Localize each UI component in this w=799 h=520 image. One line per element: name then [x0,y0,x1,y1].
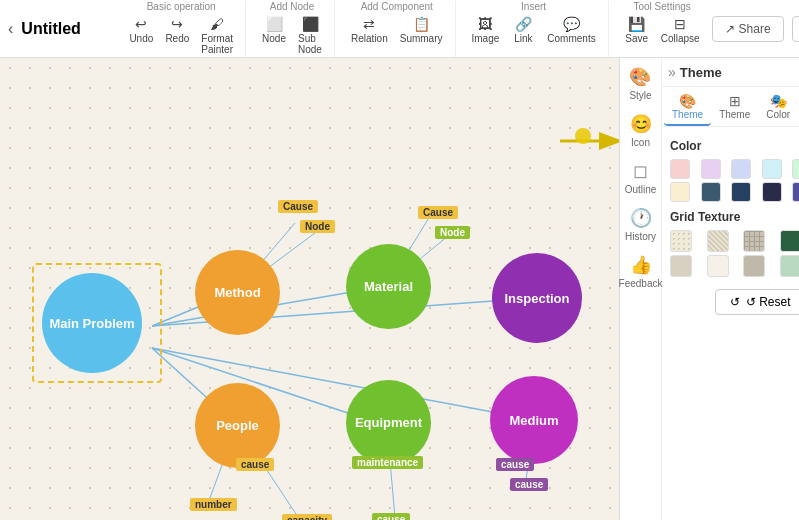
format-painter-button[interactable]: 🖌Format Painter [197,14,237,57]
group-items-basic: ↩Undo ↪Redo 🖌Format Painter [125,14,237,57]
panel-title: Theme [680,65,722,80]
group-items-add-component: ⇄Relation 📋Summary [347,14,447,46]
tab-theme[interactable]: 🎨 Theme [664,89,711,126]
main-content: Main Problem Method Material Inspection … [0,58,799,520]
medium-node[interactable]: Medium [490,376,578,464]
texture-8[interactable] [780,255,799,277]
share-icon: ↗ [725,22,735,36]
document-title: Untitled [21,20,101,38]
sub-node-button[interactable]: ⬛Sub Node [294,14,326,57]
texture-1[interactable] [707,230,729,252]
equipment-label: Equipment [355,415,422,430]
cause1-label: Cause [278,200,318,213]
color-swatch-6[interactable] [701,182,721,202]
outline-icon: ◻ [633,160,648,182]
color-swatch-5[interactable] [670,182,690,202]
color-section-title: Color [670,139,799,153]
node2-label: Node [435,226,470,239]
color-swatch-0[interactable] [670,159,690,179]
group-items-insert: 🖼Image 🔗Link 💬Comments [468,14,600,46]
color-swatch-8[interactable] [762,182,782,202]
toolbar-group-add-component: Add Component ⇄Relation 📋Summary [339,1,456,57]
texture-2[interactable] [743,230,765,252]
group-label-tools: Tool Settings [634,1,691,12]
main-problem-label: Main Problem [49,316,134,331]
capacity-label: capacity [282,514,332,520]
export-button[interactable]: 📤 Export [792,16,799,42]
save-button[interactable]: 💾Save [621,14,653,46]
medium-label: Medium [509,413,558,428]
color-swatch-9[interactable] [792,182,799,202]
texture-5[interactable] [670,255,692,277]
method-node[interactable]: Method [195,250,280,335]
feedback-icon-item[interactable]: 👍 Feedback [619,254,663,289]
tab-theme2[interactable]: ⊞ Theme [711,89,758,126]
texture-3[interactable] [780,230,799,252]
relation-button[interactable]: ⇄Relation [347,14,392,46]
link-button[interactable]: 🔗Link [507,14,539,46]
node1-label: Node [300,220,335,233]
tab-color[interactable]: 🎭 Color [758,89,798,126]
cause3-label: cause [236,458,274,471]
toolbar-group-add-node: Add Node ⬜Node ⬛Sub Node [250,1,335,57]
outline-icon-item[interactable]: ◻ Outline [625,160,657,195]
toolbar-groups: Basic operation ↩Undo ↪Redo 🖌Format Pain… [117,1,711,57]
color-swatch-7[interactable] [731,182,751,202]
emoji-icon: 😊 [630,113,652,135]
back-button[interactable]: ‹ [8,20,13,38]
node-button[interactable]: ⬜Node [258,14,290,57]
panel-expand-button[interactable]: » [668,64,676,80]
undo-button[interactable]: ↩Undo [125,14,157,57]
panel-side-icons: 🎨 Style 😊 Icon ◻ Outline 🕐 History 👍 [620,58,662,520]
toolbar: ‹ Untitled Basic operation ↩Undo ↪Redo 🖌… [0,0,799,58]
summary-button[interactable]: 📋Summary [396,14,447,46]
group-items-tools: 💾Save ⊟Collapse [621,14,704,46]
theme2-tab-icon: ⊞ [729,93,741,109]
panel-header: » Theme [662,58,799,87]
cause2-label: Cause [418,206,458,219]
equipment-node[interactable]: Equipment [346,380,431,465]
color-tab-icon: 🎭 [770,93,787,109]
toolbar-group-tools: Tool Settings 💾Save ⊟Collapse [613,1,712,57]
redo-button[interactable]: ↪Redo [161,14,193,57]
inspection-label: Inspection [504,291,569,306]
color-swatch-2[interactable] [731,159,751,179]
cause5-label: cause [496,458,534,471]
number-label: number [190,498,237,511]
history-icon-item[interactable]: 🕐 History [625,207,656,242]
comments-button[interactable]: 💬Comments [543,14,599,46]
cause4-label: cause [372,513,410,520]
style-icon-item[interactable]: 🎨 Style [629,66,651,101]
toolbar-group-basic: Basic operation ↩Undo ↪Redo 🖌Format Pain… [117,1,246,57]
cause6-label: cause [510,478,548,491]
group-items-add-node: ⬜Node ⬛Sub Node [258,14,326,57]
diagram-canvas[interactable]: Main Problem Method Material Inspection … [0,58,619,520]
panel-tabs: 🎨 Theme ⊞ Theme 🎭 Color 🖼 Backdrop [662,87,799,127]
material-label: Material [364,279,413,294]
group-label-add-node: Add Node [270,1,314,12]
reset-button[interactable]: ↺ ↺ Reset [715,289,799,315]
share-button[interactable]: ↗ Share [712,16,784,42]
color-swatch-3[interactable] [762,159,782,179]
inspection-node[interactable]: Inspection [492,253,582,343]
texture-6[interactable] [707,255,729,277]
image-button[interactable]: 🖼Image [468,14,504,46]
collapse-button[interactable]: ⊟Collapse [657,14,704,46]
color-swatch-1[interactable] [701,159,721,179]
right-panel: 🎨 Style 😊 Icon ◻ Outline 🕐 History 👍 [619,58,799,520]
texture-7[interactable] [743,255,765,277]
color-swatch-4[interactable] [792,159,799,179]
icon-icon-item[interactable]: 😊 Icon [630,113,652,148]
group-label-basic: Basic operation [147,1,216,12]
style-icon: 🎨 [629,66,651,88]
group-label-insert: Insert [521,1,546,12]
panel-body: Color ··· [662,127,799,520]
texture-palette [670,230,799,277]
people-node[interactable]: People [195,383,280,468]
material-node[interactable]: Material [346,244,431,329]
color-palette: ··· [670,159,799,202]
main-problem-node[interactable]: Main Problem [42,273,142,373]
texture-0[interactable] [670,230,692,252]
group-label-add-component: Add Component [361,1,433,12]
maintenance-label: maintenance [352,456,423,469]
